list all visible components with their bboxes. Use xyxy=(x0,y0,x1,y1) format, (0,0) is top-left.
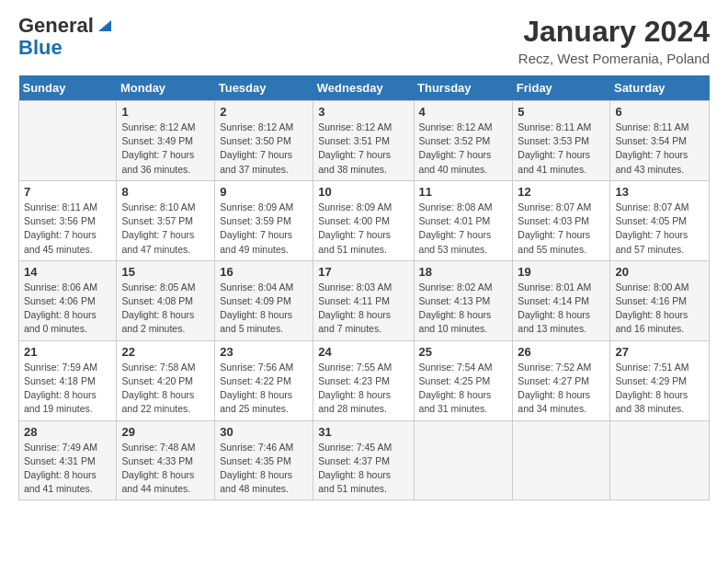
day-number: 1 xyxy=(121,105,210,119)
calendar-cell: 15Sunrise: 8:05 AMSunset: 4:08 PMDayligh… xyxy=(117,260,215,340)
day-info: Sunrise: 8:05 AMSunset: 4:08 PMDaylight:… xyxy=(121,281,210,337)
calendar-cell: 23Sunrise: 7:56 AMSunset: 4:22 PMDayligh… xyxy=(215,340,313,420)
day-number: 30 xyxy=(220,425,308,439)
day-number: 23 xyxy=(220,345,308,359)
day-info: Sunrise: 7:54 AMSunset: 4:25 PMDaylight:… xyxy=(419,361,508,417)
calendar-cell: 19Sunrise: 8:01 AMSunset: 4:14 PMDayligh… xyxy=(513,260,610,340)
day-number: 21 xyxy=(24,345,111,359)
day-info: Sunrise: 8:11 AMSunset: 3:54 PMDaylight:… xyxy=(615,121,704,177)
day-number: 4 xyxy=(419,105,508,119)
day-number: 10 xyxy=(318,185,408,199)
day-number: 5 xyxy=(518,105,605,119)
day-info: Sunrise: 8:09 AMSunset: 4:00 PMDaylight:… xyxy=(318,201,408,257)
day-number: 15 xyxy=(121,265,210,279)
logo-triangle-icon xyxy=(95,17,111,33)
day-info: Sunrise: 8:12 AMSunset: 3:50 PMDaylight:… xyxy=(220,121,308,177)
logo-general-text: General xyxy=(18,15,94,37)
day-number: 27 xyxy=(615,345,704,359)
calendar-cell: 27Sunrise: 7:51 AMSunset: 4:29 PMDayligh… xyxy=(610,340,710,420)
day-info: Sunrise: 7:48 AMSunset: 4:33 PMDaylight:… xyxy=(121,441,210,497)
day-info: Sunrise: 8:03 AMSunset: 4:11 PMDaylight:… xyxy=(318,281,408,337)
calendar-cell xyxy=(414,420,513,500)
calendar-cell: 8Sunrise: 8:10 AMSunset: 3:57 PMDaylight… xyxy=(117,180,215,260)
calendar-table: SundayMondayTuesdayWednesdayThursdayFrid… xyxy=(18,75,710,500)
day-info: Sunrise: 8:04 AMSunset: 4:09 PMDaylight:… xyxy=(220,281,308,337)
day-number: 28 xyxy=(24,425,111,439)
calendar-cell: 21Sunrise: 7:59 AMSunset: 4:18 PMDayligh… xyxy=(19,340,117,420)
day-number: 16 xyxy=(220,265,308,279)
day-info: Sunrise: 8:07 AMSunset: 4:03 PMDaylight:… xyxy=(518,201,605,257)
calendar-week-row: 7Sunrise: 8:11 AMSunset: 3:56 PMDaylight… xyxy=(19,180,710,260)
day-number: 17 xyxy=(318,265,408,279)
day-info: Sunrise: 8:12 AMSunset: 3:51 PMDaylight:… xyxy=(318,121,408,177)
day-info: Sunrise: 8:12 AMSunset: 3:52 PMDaylight:… xyxy=(419,121,508,177)
day-number: 22 xyxy=(121,345,210,359)
calendar-cell: 1Sunrise: 8:12 AMSunset: 3:49 PMDaylight… xyxy=(117,101,215,181)
calendar-cell: 25Sunrise: 7:54 AMSunset: 4:25 PMDayligh… xyxy=(414,340,513,420)
day-info: Sunrise: 8:09 AMSunset: 3:59 PMDaylight:… xyxy=(220,201,308,257)
calendar-cell: 16Sunrise: 8:04 AMSunset: 4:09 PMDayligh… xyxy=(215,260,313,340)
calendar-cell: 28Sunrise: 7:49 AMSunset: 4:31 PMDayligh… xyxy=(19,420,117,500)
day-info: Sunrise: 8:07 AMSunset: 4:05 PMDaylight:… xyxy=(615,201,704,257)
calendar-cell: 26Sunrise: 7:52 AMSunset: 4:27 PMDayligh… xyxy=(513,340,610,420)
day-number: 12 xyxy=(518,185,605,199)
day-info: Sunrise: 7:45 AMSunset: 4:37 PMDaylight:… xyxy=(318,441,408,497)
calendar-cell: 10Sunrise: 8:09 AMSunset: 4:00 PMDayligh… xyxy=(313,180,414,260)
day-info: Sunrise: 8:06 AMSunset: 4:06 PMDaylight:… xyxy=(24,281,111,337)
calendar-cell xyxy=(19,101,117,181)
calendar-cell: 22Sunrise: 7:58 AMSunset: 4:20 PMDayligh… xyxy=(117,340,215,420)
day-number: 3 xyxy=(318,105,408,119)
day-number: 29 xyxy=(121,425,210,439)
calendar-cell: 3Sunrise: 8:12 AMSunset: 3:51 PMDaylight… xyxy=(313,101,414,181)
day-info: Sunrise: 7:58 AMSunset: 4:20 PMDaylight:… xyxy=(121,361,210,417)
calendar-cell xyxy=(513,420,610,500)
day-info: Sunrise: 8:00 AMSunset: 4:16 PMDaylight:… xyxy=(615,281,704,337)
day-number: 18 xyxy=(419,265,508,279)
day-info: Sunrise: 8:02 AMSunset: 4:13 PMDaylight:… xyxy=(419,281,508,337)
header-day-saturday: Saturday xyxy=(610,75,710,101)
day-info: Sunrise: 7:56 AMSunset: 4:22 PMDaylight:… xyxy=(220,361,308,417)
header-day-sunday: Sunday xyxy=(19,75,117,101)
calendar-cell: 18Sunrise: 8:02 AMSunset: 4:13 PMDayligh… xyxy=(414,260,513,340)
calendar-cell: 12Sunrise: 8:07 AMSunset: 4:03 PMDayligh… xyxy=(513,180,610,260)
calendar-cell: 2Sunrise: 8:12 AMSunset: 3:50 PMDaylight… xyxy=(215,101,313,181)
day-number: 2 xyxy=(220,105,308,119)
svg-marker-0 xyxy=(98,20,111,31)
location-title: Recz, West Pomerania, Poland xyxy=(518,51,710,66)
day-info: Sunrise: 8:01 AMSunset: 4:14 PMDaylight:… xyxy=(518,281,605,337)
header: General Blue January 2024 Recz, West Pom… xyxy=(18,15,710,66)
day-number: 8 xyxy=(121,185,210,199)
day-number: 9 xyxy=(220,185,308,199)
calendar-week-row: 21Sunrise: 7:59 AMSunset: 4:18 PMDayligh… xyxy=(19,340,710,420)
header-day-friday: Friday xyxy=(513,75,610,101)
day-info: Sunrise: 8:10 AMSunset: 3:57 PMDaylight:… xyxy=(121,201,210,257)
calendar-cell: 29Sunrise: 7:48 AMSunset: 4:33 PMDayligh… xyxy=(117,420,215,500)
header-day-tuesday: Tuesday xyxy=(215,75,313,101)
header-day-monday: Monday xyxy=(117,75,215,101)
calendar-week-row: 14Sunrise: 8:06 AMSunset: 4:06 PMDayligh… xyxy=(19,260,710,340)
calendar-cell: 31Sunrise: 7:45 AMSunset: 4:37 PMDayligh… xyxy=(313,420,414,500)
day-info: Sunrise: 7:55 AMSunset: 4:23 PMDaylight:… xyxy=(318,361,408,417)
day-number: 6 xyxy=(615,105,704,119)
calendar-cell: 9Sunrise: 8:09 AMSunset: 3:59 PMDaylight… xyxy=(215,180,313,260)
day-number: 14 xyxy=(24,265,111,279)
day-number: 25 xyxy=(419,345,508,359)
day-number: 19 xyxy=(518,265,605,279)
calendar-cell: 11Sunrise: 8:08 AMSunset: 4:01 PMDayligh… xyxy=(414,180,513,260)
calendar-cell xyxy=(610,420,710,500)
calendar-week-row: 1Sunrise: 8:12 AMSunset: 3:49 PMDaylight… xyxy=(19,101,710,181)
calendar-cell: 30Sunrise: 7:46 AMSunset: 4:35 PMDayligh… xyxy=(215,420,313,500)
logo-blue-text: Blue xyxy=(18,37,111,59)
calendar-cell: 6Sunrise: 8:11 AMSunset: 3:54 PMDaylight… xyxy=(610,101,710,181)
day-info: Sunrise: 8:12 AMSunset: 3:49 PMDaylight:… xyxy=(121,121,210,177)
title-area: January 2024 Recz, West Pomerania, Polan… xyxy=(518,15,710,66)
calendar-header-row: SundayMondayTuesdayWednesdayThursdayFrid… xyxy=(19,75,710,101)
day-info: Sunrise: 8:08 AMSunset: 4:01 PMDaylight:… xyxy=(419,201,508,257)
calendar-week-row: 28Sunrise: 7:49 AMSunset: 4:31 PMDayligh… xyxy=(19,420,710,500)
calendar-cell: 14Sunrise: 8:06 AMSunset: 4:06 PMDayligh… xyxy=(19,260,117,340)
day-info: Sunrise: 8:11 AMSunset: 3:56 PMDaylight:… xyxy=(24,201,111,257)
calendar-cell: 7Sunrise: 8:11 AMSunset: 3:56 PMDaylight… xyxy=(19,180,117,260)
day-info: Sunrise: 7:52 AMSunset: 4:27 PMDaylight:… xyxy=(518,361,605,417)
day-number: 26 xyxy=(518,345,605,359)
day-info: Sunrise: 7:59 AMSunset: 4:18 PMDaylight:… xyxy=(24,361,111,417)
